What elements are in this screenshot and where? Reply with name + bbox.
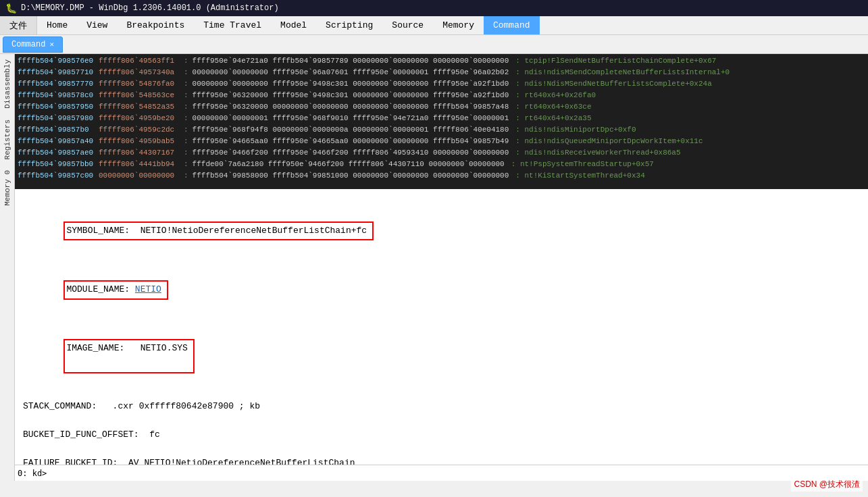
table-row: ffffb504`99857ae0 fffff806`44307167 : ff…: [18, 147, 865, 159]
command-bar: 0: kd>: [15, 465, 868, 481]
debug-module-name: MODULE_NAME: NETIO: [23, 267, 860, 312]
debug-failure-bucket-id: FAILURE_BUCKET_ID: AV_NETIO!NetioDerefer…: [23, 456, 860, 465]
command-tab-label: Command: [11, 40, 45, 49]
menu-command[interactable]: Command: [484, 16, 540, 34]
debug-output[interactable]: SYMBOL_NAME: NETIO!NetioDereferenceNetBu…: [15, 189, 868, 465]
main-layout: Disassembly Registers Memory 0 ffffb504`…: [0, 54, 868, 481]
debug-spacer5: [23, 442, 860, 456]
debug-spacer4: [23, 414, 860, 428]
tab-strip: Command ✕: [0, 35, 868, 54]
menu-source[interactable]: Source: [382, 16, 433, 34]
sidebar: Disassembly Registers Memory 0: [0, 54, 15, 481]
assembly-table[interactable]: ffffb504`998576e0 fffff806`49563ff1 : ff…: [15, 54, 868, 189]
sidebar-disassembly[interactable]: Disassembly: [2, 54, 13, 114]
menu-timetravel[interactable]: Time Travel: [194, 16, 271, 34]
debug-line: [23, 194, 860, 209]
debug-spacer3: [23, 386, 860, 400]
debug-spacer2: [23, 312, 860, 326]
menu-model[interactable]: Model: [271, 16, 316, 34]
module-link[interactable]: NETIO: [135, 284, 161, 294]
table-row: ffffb504`99857950 fffff806`54852a35 : ff…: [18, 101, 865, 113]
menu-bar: 文件 Home View Breakpoints Time Travel Mod…: [0, 16, 868, 35]
debug-image-name: IMAGE_NAME: NETIO.SYS: [23, 326, 860, 386]
table-row: ffffb504`99857980 fffff806`4959be20 : 00…: [18, 113, 865, 124]
title-bar: 🐛 D:\MEMORY.DMP - WinDbg 1.2306.14001.0 …: [0, 0, 868, 16]
command-prompt-label: 0: kd>: [18, 469, 47, 478]
table-row: ffffb504`99857c00 00000000`00000000 : ff…: [18, 170, 865, 182]
content-area: ffffb504`998576e0 fffff806`49563ff1 : ff…: [15, 54, 868, 481]
menu-memory[interactable]: Memory: [433, 16, 484, 34]
menu-breakpoints[interactable]: Breakpoints: [117, 16, 194, 34]
title-text: D:\MEMORY.DMP - WinDbg 1.2306.14001.0 (A…: [21, 3, 279, 13]
debug-spacer: [23, 253, 860, 267]
debug-stack-command: STACK_COMMAND: .cxr 0xfffff80642e87900 ;…: [23, 400, 860, 414]
sidebar-registers[interactable]: Registers: [2, 114, 13, 165]
command-tab-close[interactable]: ✕: [49, 40, 54, 49]
table-row: ffffb504`99857bb0 fffff806`4441bb94 : ff…: [18, 159, 865, 170]
command-tab[interactable]: Command ✕: [3, 36, 63, 53]
menu-wenjian[interactable]: 文件: [0, 16, 37, 34]
table-row: ffffb504`99857b0 fffff806`4959c2dc : fff…: [18, 124, 865, 136]
app-icon: 🐛: [5, 3, 17, 14]
table-row: ffffb504`99857710 fffff806`4957340a : 00…: [18, 67, 865, 78]
sidebar-memory0[interactable]: Memory 0: [2, 165, 13, 211]
menu-view[interactable]: View: [77, 16, 117, 34]
table-row: ffffb504`99857a40 fffff806`4959bab5 : ff…: [18, 136, 865, 147]
table-row: ffffb504`998576e0 fffff806`49563ff1 : ff…: [18, 55, 865, 67]
debug-symbol-name: SYMBOL_NAME: NETIO!NetioDereferenceNetBu…: [23, 209, 860, 253]
table-row: ffffb504`99857770 fffff806`54876fa0 : 00…: [18, 78, 865, 90]
table-row: ffffb504`998578c0 fffff806`548563ce : ff…: [18, 90, 865, 101]
debug-bucket-id: BUCKET_ID_FUNC_OFFSET: fc: [23, 428, 860, 442]
menu-home[interactable]: Home: [37, 16, 77, 34]
command-input[interactable]: [49, 469, 865, 478]
watermark: CSDN @技术很渣: [791, 477, 863, 492]
menu-scripting[interactable]: Scripting: [316, 16, 382, 34]
